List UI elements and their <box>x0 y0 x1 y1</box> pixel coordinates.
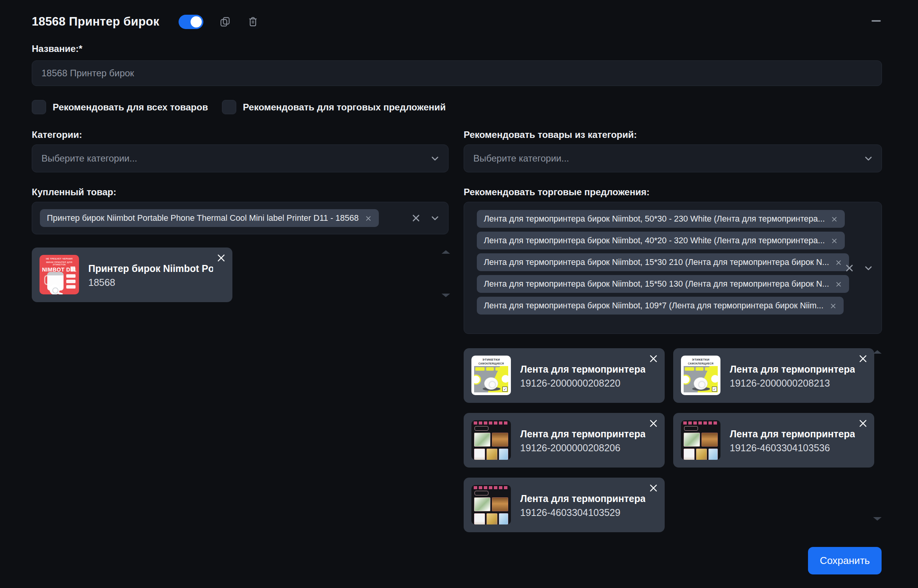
product-card-sku: 19126-4603304103536 <box>730 442 830 454</box>
thumbnail-photo <box>684 449 695 460</box>
thumbnail-photo <box>492 433 508 447</box>
remove-card-button[interactable] <box>648 483 658 493</box>
toggle-knob <box>191 16 202 28</box>
product-card-sku: 19126-4603304103529 <box>520 507 621 518</box>
thumbnail-photo <box>487 449 497 460</box>
product-thumbnail <box>471 420 511 460</box>
scroll-up-arrow[interactable] <box>873 350 882 354</box>
chip-label: Лента для термопринтера бирок Niimbot, 1… <box>484 301 823 311</box>
minimize-button[interactable] <box>872 20 881 22</box>
close-icon <box>648 483 658 493</box>
remove-card-button[interactable] <box>858 354 868 364</box>
product-thumbnail <box>681 420 720 460</box>
delete-button[interactable] <box>247 15 259 28</box>
offer-card: ЭТИКЕТКИ САМОКЛЕЯЩИЕСЯ ✓ Лента для термо… <box>673 348 874 403</box>
checkbox-recommend-all-products[interactable] <box>32 100 46 114</box>
remove-chip-icon[interactable] <box>835 280 842 287</box>
categories-select[interactable]: Выберите категории... <box>32 144 449 172</box>
checkbox-label: Рекомендовать для торговых предложений <box>243 102 446 113</box>
chevron-down-icon[interactable] <box>863 263 874 273</box>
thumbnail-art-shape <box>484 377 498 390</box>
close-icon <box>648 354 658 364</box>
chip-label: Лента для термопринтера бирок Niimbot, 5… <box>484 214 825 224</box>
thumbnail-art-shape <box>474 491 488 495</box>
product-card-sku: 19126-2000000208206 <box>520 442 621 454</box>
thumbnail-art-shape: ✓ <box>712 387 717 392</box>
product-card-sku: 18568 <box>88 277 115 288</box>
remove-card-button[interactable] <box>216 253 226 263</box>
dialog-header: 18568 Принтер бирок <box>32 14 259 29</box>
chip-label: Принтер бирок Niimbot Portable Phone The… <box>47 213 359 223</box>
chevron-down-icon[interactable] <box>863 153 874 164</box>
close-icon <box>648 418 658 428</box>
checkbox-row: Рекомендовать для всех товаров Рекомендо… <box>32 100 446 114</box>
trade-offers-select[interactable]: Лента для термопринтера бирок Niimbot, 5… <box>464 202 882 334</box>
remove-card-button[interactable] <box>858 418 868 428</box>
name-label: Название:* <box>32 43 83 54</box>
thumbnail-photo <box>499 449 508 460</box>
recommend-categories-label: Рекомендовать товары из категорий: <box>464 129 637 140</box>
product-thumbnail: НЕ ТРЕБУЕТ ЧЕРНИЛ МИНИ ПРИНТЕР ДЛЯ ЭТИКЕ… <box>40 255 79 294</box>
thumbnail-photo <box>696 449 707 460</box>
thumbnail-text: НЕ ТРЕБУЕТ ЧЕРНИЛ <box>40 258 79 260</box>
product-thumbnail: ЭТИКЕТКИ САМОКЛЕЯЩИЕСЯ ✓ <box>471 356 511 395</box>
name-input[interactable] <box>32 60 882 86</box>
offer-card: Лента для термопринтера би... 19126-4603… <box>673 413 874 468</box>
recommend-categories-select[interactable]: Выберите категории... <box>464 144 882 172</box>
offer-chip: Лента для термопринтера бирок Niimbot, 1… <box>477 297 844 315</box>
remove-chip-icon[interactable] <box>365 215 372 222</box>
offer-chip: Лента для термопринтера бирок Niimbot, 4… <box>477 232 845 249</box>
scroll-up-arrow[interactable] <box>442 250 450 254</box>
thumbnail-art-shape <box>500 374 508 384</box>
thumbnail-art-shape <box>495 367 505 371</box>
thumbnail-art-shape <box>696 367 703 371</box>
remove-chip-icon[interactable] <box>831 237 838 244</box>
remove-chip-icon[interactable] <box>835 259 842 266</box>
thumbnail-art-shape <box>475 367 485 371</box>
checkbox-recommend-trade-offers[interactable] <box>222 100 236 114</box>
offer-chip: Лента для термопринтера бирок Niimbot, 5… <box>477 210 845 228</box>
thumbnail-photo <box>487 513 497 524</box>
remove-card-button[interactable] <box>648 354 658 364</box>
thumbnail-art-shape: ✓ <box>502 387 507 392</box>
chip-label: Лента для термопринтера бирок Niimbot, 1… <box>484 279 829 289</box>
thumbnail-art-shape <box>685 367 694 371</box>
scroll-down-arrow[interactable] <box>442 294 450 297</box>
chevron-down-icon[interactable] <box>430 153 440 164</box>
thumbnail-photo <box>474 513 485 524</box>
edit-recommendation-dialog: 18568 Принтер бирок Название:* Рекомендо… <box>0 0 918 588</box>
remove-chip-icon[interactable] <box>830 302 837 309</box>
remove-chip-icon[interactable] <box>831 215 838 222</box>
thumbnail-art-shape <box>70 266 75 271</box>
product-card-title: Лента для термопринтера би... <box>520 493 645 504</box>
thumbnail-art-shape <box>683 421 718 425</box>
remove-card-button[interactable] <box>648 418 658 428</box>
thumbnail-text: ЭТИКЕТКИ <box>681 358 720 361</box>
chip-label: Лента для термопринтера бирок Niimbot, 4… <box>484 236 825 246</box>
clear-select-button[interactable] <box>411 213 421 223</box>
duplicate-button[interactable] <box>219 15 231 28</box>
select-placeholder: Выберите категории... <box>473 153 569 164</box>
thumbnail-art-shape <box>66 285 76 289</box>
thumbnail-art-shape <box>684 426 698 431</box>
chevron-down-icon[interactable] <box>430 213 440 224</box>
thumbnail-photo <box>474 497 490 511</box>
save-button[interactable]: Сохранить <box>808 547 882 574</box>
selected-product-chip: Принтер бирок Niimbot Portable Phone The… <box>40 209 379 227</box>
scroll-down-arrow[interactable] <box>873 517 882 521</box>
product-card-sku: 19126-2000000208213 <box>730 378 830 389</box>
clear-icon <box>411 213 421 223</box>
thumbnail-art-shape <box>705 367 714 371</box>
enabled-toggle[interactable] <box>179 15 203 29</box>
copy-icon <box>219 16 231 28</box>
page-title: 18568 Принтер бирок <box>32 15 159 29</box>
thumbnail-art-shape <box>474 486 509 489</box>
thumbnail-art-shape <box>684 375 691 385</box>
categories-label: Категории: <box>32 129 82 140</box>
product-card-title: Принтер бирок Niimbot Portab... <box>88 263 213 274</box>
purchased-product-select[interactable]: Принтер бирок Niimbot Portable Phone The… <box>32 202 449 234</box>
purchased-product-card: НЕ ТРЕБУЕТ ЧЕРНИЛ МИНИ ПРИНТЕР ДЛЯ ЭТИКЕ… <box>32 248 232 302</box>
product-card-title: Лента для термопринтера би... <box>520 364 645 375</box>
clear-select-button[interactable] <box>844 263 854 273</box>
product-thumbnail <box>471 485 511 524</box>
